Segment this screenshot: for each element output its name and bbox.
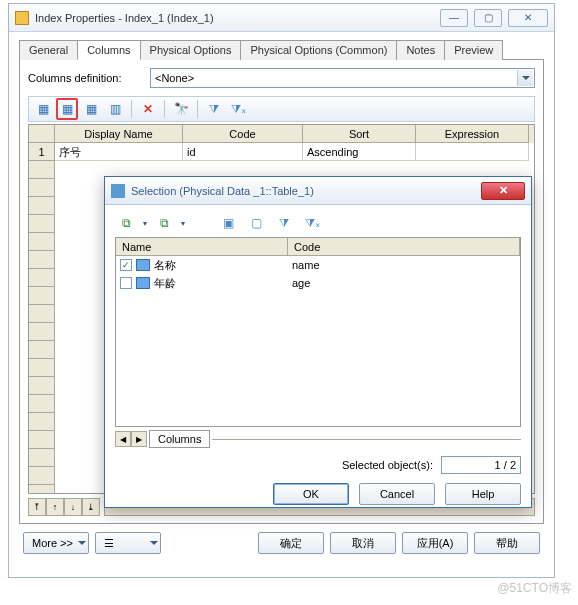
dialog-tabstrip: ◀ ▶ Columns (115, 429, 521, 449)
tab-columns[interactable]: Columns (77, 40, 140, 60)
filter-clear-icon[interactable]: ⧩ₓ (301, 212, 323, 234)
help-button[interactable]: 帮助 (474, 532, 540, 554)
selected-objects-value: 1 / 2 (441, 456, 521, 474)
column-icon (136, 277, 150, 289)
dialog-icon (111, 184, 125, 198)
options-combo[interactable]: ☰ (95, 532, 161, 554)
dialog-ok-button[interactable]: OK (273, 483, 349, 505)
dialog-close-button[interactable]: ✕ (481, 182, 525, 200)
item-name: 年龄 (154, 276, 176, 291)
dialog-help-button[interactable]: Help (445, 483, 521, 505)
tabstrip-prev-icon[interactable]: ◀ (115, 431, 131, 447)
dialog-footer: More >> ☰ 确定 取消 应用(A) 帮助 (19, 524, 544, 554)
move-down-button[interactable]: ↓ (64, 498, 82, 516)
grid-header: Display Name Code Sort Expression (55, 125, 534, 143)
col-sort[interactable]: Sort (303, 125, 416, 143)
dialog-title: Selection (Physical Data _1::Table_1) (131, 185, 481, 197)
tabstrip-columns[interactable]: Columns (149, 430, 210, 448)
cell-code[interactable]: id (183, 143, 303, 161)
selection-dialog: Selection (Physical Data _1::Table_1) ✕ … (104, 176, 532, 508)
grid-new-icon[interactable]: ▦ (32, 98, 54, 120)
ok-button[interactable]: 确定 (258, 532, 324, 554)
dialog-title-bar: Selection (Physical Data _1::Table_1) ✕ (105, 177, 531, 205)
move-top-button[interactable]: ⤒ (28, 498, 46, 516)
col-code[interactable]: Code (288, 238, 520, 256)
item-code: name (288, 259, 520, 271)
columns-definition-combo[interactable]: <None> (150, 68, 535, 88)
tab-bar: General Columns Physical Options Physica… (19, 40, 544, 60)
checkbox-icon[interactable] (120, 277, 132, 289)
dialog-cancel-button[interactable]: Cancel (359, 483, 435, 505)
columns-definition-value: <None> (155, 72, 194, 84)
grid-cols-icon[interactable]: ▥ (104, 98, 126, 120)
close-button[interactable]: ✕ (508, 9, 548, 27)
deselect-all-icon[interactable]: ▢ (245, 212, 267, 234)
tab-physical-options[interactable]: Physical Options (140, 40, 242, 60)
list-item[interactable]: 年龄 age (116, 274, 520, 292)
more-button[interactable]: More >> (23, 532, 89, 554)
delete-button[interactable]: ✕ (137, 98, 159, 120)
selection-list: Name Code ✓ 名称 name 年龄 age (115, 237, 521, 427)
filter-icon[interactable]: ⧩ (273, 212, 295, 234)
grid-view-icon[interactable]: ▦ (80, 98, 102, 120)
window-controls: — ▢ ✕ (440, 9, 548, 27)
add-columns-button[interactable]: ▦ (56, 98, 78, 120)
window-title: Index Properties - Index_1 (Index_1) (35, 12, 440, 24)
cell-name[interactable]: 序号 (55, 143, 183, 161)
paste-button[interactable]: ⧉ (153, 212, 175, 234)
selected-objects-label: Selected object(s): (342, 459, 433, 471)
tab-preview[interactable]: Preview (444, 40, 503, 60)
cell-sort[interactable]: Ascending (303, 143, 416, 161)
cell-expr[interactable] (416, 143, 529, 161)
chevron-down-icon: ▾ (181, 219, 185, 228)
tab-general[interactable]: General (19, 40, 78, 60)
tab-notes[interactable]: Notes (396, 40, 445, 60)
col-name[interactable]: Name (116, 238, 288, 256)
item-code: age (288, 277, 520, 289)
grid-toolbar: ▦ ▦ ▦ ▥ ✕ 🔭 ⧩ ⧩ₓ (28, 96, 535, 122)
columns-definition-label: Columns definition: (28, 72, 138, 84)
minimize-button[interactable]: — (440, 9, 468, 27)
chevron-down-icon: ▾ (143, 219, 147, 228)
chevron-down-icon (517, 70, 533, 86)
row-header-column: 1 (29, 125, 55, 493)
window-icon (15, 11, 29, 25)
table-row[interactable]: 序号 id Ascending (55, 143, 534, 161)
dialog-toolbar: ⧉ ▾ ⧉ ▾ ▣ ▢ ⧩ ⧩ₓ (115, 213, 521, 237)
title-bar: Index Properties - Index_1 (Index_1) — ▢… (9, 4, 554, 32)
move-up-button[interactable]: ↑ (46, 498, 64, 516)
maximize-button[interactable]: ▢ (474, 9, 502, 27)
move-bottom-button[interactable]: ⤓ (82, 498, 100, 516)
apply-button[interactable]: 应用(A) (402, 532, 468, 554)
watermark: @51CTO博客 (497, 580, 572, 597)
find-button[interactable]: 🔭 (170, 98, 192, 120)
item-name: 名称 (154, 258, 176, 273)
col-expression[interactable]: Expression (416, 125, 529, 143)
copy-button[interactable]: ⧉ (115, 212, 137, 234)
col-code[interactable]: Code (183, 125, 303, 143)
select-all-icon[interactable]: ▣ (217, 212, 239, 234)
filter-button[interactable]: ⧩ (203, 98, 225, 120)
list-item[interactable]: ✓ 名称 name (116, 256, 520, 274)
checkbox-icon[interactable]: ✓ (120, 259, 132, 271)
column-icon (136, 259, 150, 271)
row-header-1[interactable]: 1 (29, 143, 54, 161)
cancel-button[interactable]: 取消 (330, 532, 396, 554)
filter-clear-button[interactable]: ⧩ₓ (227, 98, 249, 120)
tabstrip-next-icon[interactable]: ▶ (131, 431, 147, 447)
tab-physical-options-common[interactable]: Physical Options (Common) (240, 40, 397, 60)
col-display-name[interactable]: Display Name (55, 125, 183, 143)
